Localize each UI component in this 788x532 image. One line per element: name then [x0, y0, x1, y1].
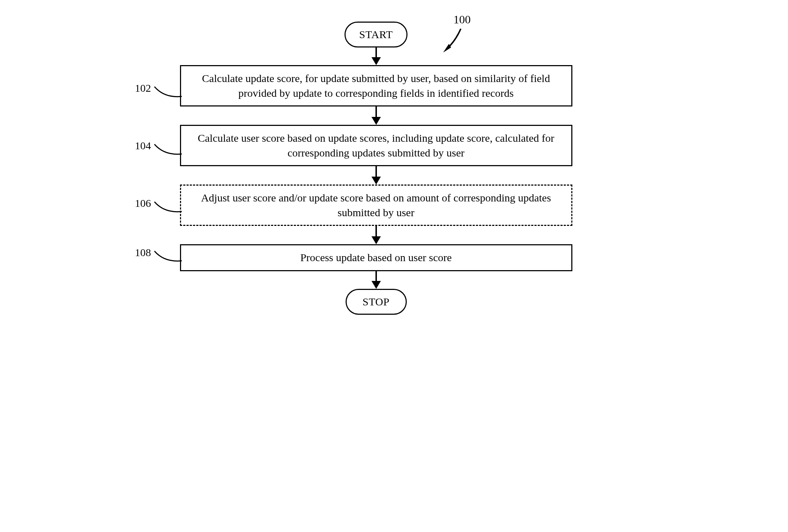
- step-ref: 108: [135, 246, 151, 259]
- start-label: START: [359, 28, 393, 41]
- step-text: Adjust user score and/or update score ba…: [201, 192, 551, 218]
- step-text: Calculate update score, for update submi…: [202, 72, 550, 99]
- lead-line: [154, 86, 183, 100]
- arrow-down-icon: [372, 226, 381, 244]
- step-ref: 106: [135, 197, 151, 209]
- arrow-down-icon: [372, 271, 381, 289]
- step-text: Calculate user score based on update sco…: [198, 132, 554, 159]
- step-box: Process update based on user score: [180, 244, 572, 271]
- step-box: Calculate update score, for update submi…: [180, 65, 572, 106]
- step-ref: 102: [135, 82, 151, 94]
- stop-terminal: STOP: [346, 289, 407, 315]
- step-box-optional: Adjust user score and/or update score ba…: [180, 185, 572, 226]
- stop-label: STOP: [363, 296, 390, 308]
- step-box: Calculate user score based on update sco…: [180, 125, 572, 166]
- lead-line: [154, 143, 183, 158]
- lead-line: [154, 250, 183, 264]
- arrow-down-icon: [372, 47, 381, 65]
- step-ref: 104: [135, 140, 151, 152]
- curved-arrow-icon: [441, 27, 466, 56]
- flowchart-canvas: 100 102 104 106 108 START Calculate upda…: [128, 22, 661, 315]
- step-text: Process update based on user score: [300, 251, 452, 263]
- lead-line: [154, 201, 183, 215]
- start-terminal: START: [345, 22, 407, 47]
- arrow-down-icon: [372, 106, 381, 125]
- diagram-ref: 100: [454, 13, 471, 26]
- arrow-down-icon: [372, 166, 381, 185]
- flow-column: START Calculate update score, for update…: [128, 22, 574, 315]
